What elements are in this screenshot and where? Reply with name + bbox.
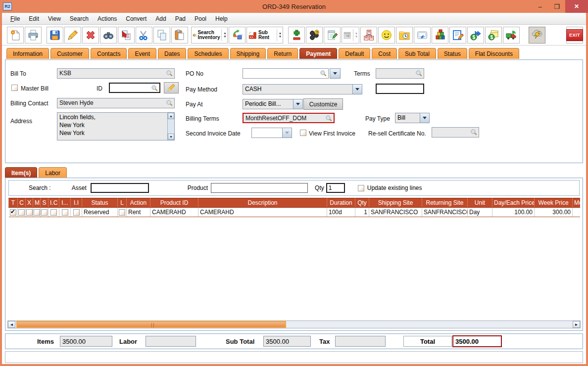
update-lines-checkbox[interactable] [358, 185, 364, 191]
items-table[interactable]: TCXMSI.CI...I.IStatusLActionProduct IDDe… [8, 198, 580, 217]
delete-button[interactable] [82, 27, 99, 44]
row-checkbox[interactable] [50, 209, 57, 216]
col-header[interactable]: Shipping Site [369, 198, 422, 208]
tab-event[interactable]: Event [128, 48, 156, 59]
row-checkbox[interactable] [41, 209, 48, 216]
col-header[interactable]: Product ID [150, 198, 198, 208]
row-checkbox[interactable] [73, 209, 80, 216]
tab-return[interactable]: Return [267, 48, 298, 59]
second-invoice-date-field[interactable] [251, 128, 292, 138]
bill-to-field[interactable]: KSB [57, 68, 175, 79]
menu-edit[interactable]: Edit [24, 14, 44, 24]
col-header[interactable]: Month Price [573, 198, 581, 208]
row-checkbox[interactable] [34, 209, 40, 216]
tab-customer[interactable]: Customer [50, 48, 89, 59]
id-field[interactable] [109, 83, 160, 93]
po-no-field[interactable] [243, 68, 329, 79]
quick-action-button[interactable] [529, 27, 545, 44]
tab-schedules[interactable]: Schedules [188, 48, 228, 59]
exit-button[interactable]: EXIT [566, 27, 583, 44]
tab-dates[interactable]: Dates [158, 48, 186, 59]
po-no-search-icon[interactable] [320, 70, 327, 77]
col-header[interactable]: S [41, 198, 49, 208]
row-checkbox[interactable] [26, 209, 33, 216]
col-header[interactable]: Description [198, 198, 327, 208]
product-input[interactable] [211, 183, 308, 193]
pay-at-combo[interactable]: Periodic Bill... [243, 99, 303, 109]
view-first-invoice-checkbox[interactable] [300, 130, 306, 136]
col-header[interactable]: L [118, 198, 127, 208]
pool-button[interactable]: ? [306, 27, 323, 44]
billing-forward-button[interactable]: $ [467, 27, 484, 44]
row-checkbox[interactable] [119, 209, 125, 216]
master-bill-checkbox[interactable] [11, 85, 18, 91]
items-hscrollbar[interactable]: ◄ ► [7, 320, 581, 328]
close-button[interactable]: ✕ [565, 0, 588, 13]
shipping-truck-button[interactable] [503, 27, 520, 44]
minimize-button[interactable]: – [532, 0, 548, 13]
terms-field[interactable] [376, 68, 424, 79]
col-header[interactable]: Returning Site [422, 198, 468, 208]
tab-default[interactable]: Default [339, 48, 370, 59]
calendar-dropdown[interactable]: ▼▼ [353, 29, 358, 41]
customize-button[interactable]: Customize [303, 98, 343, 110]
billing-contact-search-icon[interactable] [166, 99, 173, 107]
customer-smiley-button[interactable] [378, 27, 395, 44]
memo-button[interactable] [449, 27, 466, 44]
tab-shipping[interactable]: Shipping [230, 48, 266, 59]
col-header[interactable]: I... [59, 198, 71, 208]
find-button[interactable] [100, 27, 117, 44]
search-inventory-dropdown[interactable]: ▼▼ [221, 29, 226, 41]
col-header[interactable]: T [9, 198, 18, 208]
row-checkbox[interactable] [10, 209, 16, 216]
invoice-button[interactable]: $ [485, 27, 502, 44]
col-header[interactable]: Status [82, 198, 118, 208]
history-folder-button[interactable] [396, 27, 413, 44]
copy-lines-button[interactable] [118, 27, 135, 44]
edit-button[interactable] [64, 27, 81, 44]
address-scrollbar[interactable]: ▲▼ [167, 113, 174, 140]
col-header[interactable]: C [18, 198, 26, 208]
hierarchy-button[interactable] [360, 27, 377, 44]
convert-shapes-button[interactable] [229, 27, 245, 44]
sub-rent-dropdown[interactable]: ▼▼ [277, 29, 282, 41]
tab-sub-total[interactable]: Sub Total [398, 48, 436, 59]
maximize-button[interactable]: ❒ [548, 0, 565, 13]
bill-to-search-icon[interactable] [166, 70, 173, 77]
batch-cubes-button[interactable] [432, 27, 448, 44]
tab-items[interactable]: Item(s) [5, 167, 37, 178]
copy-button[interactable] [153, 27, 170, 44]
resell-cert-field[interactable] [432, 127, 479, 137]
po-no-dropdown[interactable] [330, 68, 341, 79]
menu-pad[interactable]: Pad [171, 14, 190, 24]
hscroll-right-icon[interactable]: ► [573, 321, 580, 328]
tab-status[interactable]: Status [438, 48, 467, 59]
hscroll-thumb[interactable] [16, 321, 286, 328]
notes-button[interactable] [324, 27, 341, 44]
resell-cert-search-icon[interactable] [470, 129, 478, 136]
id-search-icon[interactable] [151, 85, 158, 92]
pay-method-combo[interactable]: CASH [243, 84, 362, 94]
row-checkbox[interactable] [62, 209, 68, 216]
hscroll-left-icon[interactable]: ◄ [8, 321, 15, 328]
row-checkbox[interactable] [18, 209, 25, 216]
sub-rent-button[interactable]: Sub Rent ▼▼ [246, 27, 283, 44]
id-edit-button[interactable] [164, 82, 179, 93]
menu-add[interactable]: Add [151, 14, 170, 24]
terms-search-icon[interactable] [415, 70, 423, 77]
menu-pool[interactable]: Pool [190, 14, 211, 24]
col-header[interactable]: Week Price [535, 198, 573, 208]
col-header[interactable]: Day/Each Price [492, 198, 535, 208]
menu-convert[interactable]: Convert [121, 14, 151, 24]
pay-method-extra-field[interactable] [376, 84, 424, 94]
col-header[interactable]: I.C [49, 198, 59, 208]
shortcut-key-button[interactable] [414, 27, 431, 44]
col-header[interactable]: X [26, 198, 33, 208]
col-header[interactable]: I.I [71, 198, 82, 208]
billing-contact-field[interactable]: Steven Hyde [57, 98, 175, 108]
tab-contacts[interactable]: Contacts [91, 48, 127, 59]
billing-terms-search-icon[interactable] [325, 115, 333, 122]
col-header[interactable]: M [33, 198, 41, 208]
col-header[interactable]: Duration [327, 198, 355, 208]
address-field[interactable]: Lincoln fields, New York New York ▲▼ [57, 112, 175, 140]
